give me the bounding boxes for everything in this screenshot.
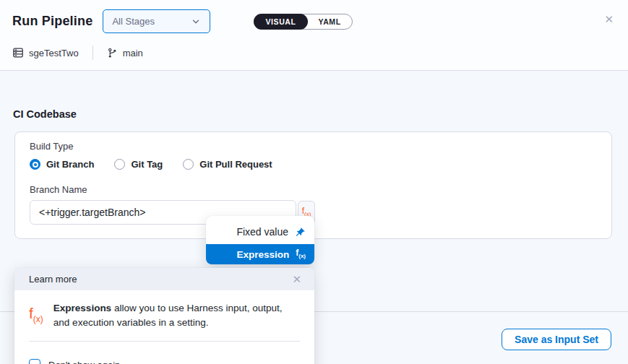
popover-divider — [29, 341, 300, 342]
git-branch-icon — [107, 48, 118, 58]
ci-codebase-heading: CI Codebase — [13, 108, 628, 120]
pin-icon — [295, 227, 306, 238]
pipeline-meta-row: sgeTestTwo main — [12, 46, 616, 60]
popover-close-icon[interactable]: ✕ — [289, 272, 304, 286]
dont-show-again-label: Don't show again — [48, 360, 120, 364]
stage-select[interactable]: All Stages — [103, 9, 210, 33]
dont-show-again-checkbox[interactable] — [29, 359, 40, 364]
title-row: Run Pipeline All Stages VISUAL YAML ✕ — [12, 9, 616, 33]
learn-more-text: Expressions allow you to use Harness inp… — [53, 301, 300, 330]
radio-git-tag[interactable]: Git Tag — [114, 159, 163, 170]
menu-item-expression[interactable]: Expression f(x) — [206, 244, 314, 264]
radio-git-pull-request[interactable]: Git Pull Request — [183, 159, 272, 170]
fixed-value-label: Fixed value — [236, 226, 288, 238]
expression-label: Expression — [236, 249, 289, 260]
build-type-options: Git Branch Git Tag Git Pull Request — [30, 159, 597, 170]
branch-name: main — [123, 48, 143, 58]
dont-show-again-row[interactable]: Don't show again — [29, 359, 300, 364]
branch-name-label: Branch Name — [30, 184, 597, 195]
learn-more-title: Learn more — [29, 274, 77, 285]
radio-selected-icon — [30, 159, 40, 170]
close-icon[interactable]: ✕ — [601, 12, 616, 26]
page-title: Run Pipeline — [12, 14, 93, 29]
toggle-visual[interactable]: VISUAL — [254, 14, 307, 30]
fx-icon: f(x) — [296, 248, 306, 259]
meta-divider — [93, 46, 93, 60]
toggle-yaml[interactable]: YAML — [308, 14, 352, 29]
visual-yaml-toggle: VISUAL YAML — [254, 14, 352, 30]
fx-icon: f(x) — [29, 306, 43, 324]
radio-git-pull-request-label: Git Pull Request — [199, 159, 272, 170]
save-as-input-set-button[interactable]: Save as Input Set — [502, 329, 611, 350]
radio-unselected-icon — [114, 159, 125, 170]
repository-icon — [12, 47, 24, 58]
learn-more-body: f(x) Expressions allow you to use Harnes… — [14, 290, 314, 364]
menu-item-fixed-value[interactable]: Fixed value — [206, 220, 314, 244]
modal-header: Run Pipeline All Stages VISUAL YAML ✕ — [0, 0, 628, 71]
learn-more-popover: Learn more ✕ f(x) Expressions allow you … — [14, 268, 314, 364]
learn-more-header: Learn more ✕ — [14, 268, 314, 290]
radio-git-tag-label: Git Tag — [131, 159, 163, 170]
repo-name: sgeTestTwo — [29, 48, 79, 58]
radio-unselected-icon — [183, 159, 194, 170]
run-pipeline-modal: Run Pipeline All Stages VISUAL YAML ✕ — [0, 0, 628, 364]
radio-git-branch-label: Git Branch — [46, 159, 94, 170]
build-type-label: Build Type — [30, 141, 597, 152]
chevron-down-icon — [191, 17, 201, 27]
radio-git-branch[interactable]: Git Branch — [30, 159, 94, 170]
stage-select-value: All Stages — [112, 16, 155, 27]
value-type-menu: Fixed value Expression f(x) — [206, 216, 314, 264]
